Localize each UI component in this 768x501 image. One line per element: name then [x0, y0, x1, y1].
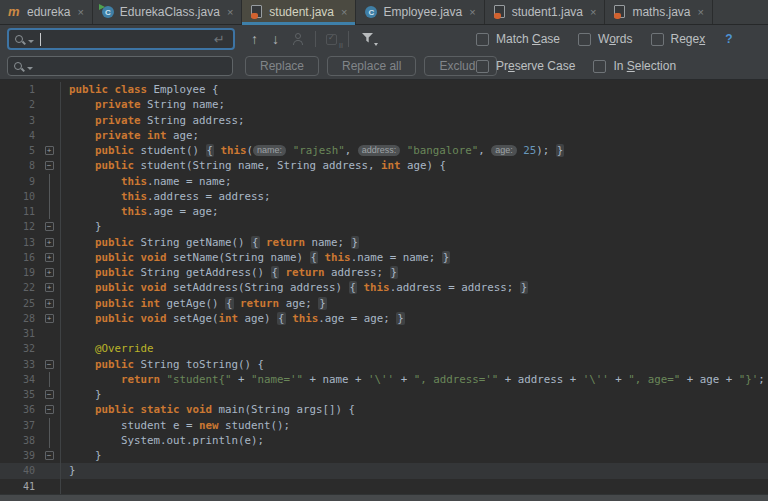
gutter-fold-column — [38, 372, 61, 387]
fold-collapse-icon[interactable]: − — [45, 222, 54, 231]
checkbox-box[interactable] — [476, 33, 489, 46]
previous-occurrence-button[interactable]: ↑ — [251, 32, 258, 46]
tab-student-java[interactable]: student.java× — [242, 0, 356, 24]
code-text: public String getName() { return name; } — [61, 236, 768, 249]
gutter-fold-column — [38, 113, 61, 128]
line-number: 8 — [0, 160, 38, 171]
tab-Employee-java[interactable]: CEmployee.java× — [356, 0, 484, 24]
gutter-fold-column — [38, 128, 61, 143]
replace-history-chevron-icon[interactable] — [27, 67, 33, 70]
fold-collapse-icon[interactable]: − — [45, 405, 54, 414]
help-icon[interactable]: ? — [725, 32, 732, 46]
line-number: 13 — [0, 237, 38, 248]
code-line-12: 12− } — [0, 219, 768, 234]
fold-collapse-icon[interactable]: − — [45, 451, 54, 460]
code-text: public String getAddress() { return addr… — [61, 266, 768, 279]
close-icon[interactable]: × — [227, 7, 233, 18]
line-number: 10 — [0, 191, 38, 202]
code-line-4: 4 private int age; — [0, 128, 768, 143]
code-text: private String name; — [61, 98, 768, 111]
code-line-39: 39− } — [0, 448, 768, 463]
code-line-3: 3 private String address; — [0, 113, 768, 128]
replace-options: Preserve CaseIn Selection — [476, 53, 694, 79]
code-line-5: 5+ public student() { this(name: "rajesh… — [0, 143, 768, 158]
fold-collapse-icon[interactable]: − — [45, 360, 54, 369]
close-icon[interactable]: × — [590, 7, 596, 18]
class-icon: C — [364, 5, 378, 19]
replace-button[interactable]: Replace — [245, 56, 319, 76]
line-number: 33 — [0, 359, 38, 370]
close-icon[interactable]: × — [697, 7, 703, 18]
checkbox-box[interactable] — [578, 33, 591, 46]
find-input[interactable]: ↵ — [7, 28, 235, 50]
replace-all-button[interactable]: Replace all — [327, 56, 416, 76]
fold-expand-icon[interactable]: + — [45, 146, 54, 155]
code-line-33: 33− public String toString() { — [0, 357, 768, 372]
line-number: 38 — [0, 435, 38, 446]
line-number: 4 — [0, 130, 38, 141]
fold-expand-icon[interactable]: + — [45, 283, 54, 292]
tab-student1-java[interactable]: student1.java× — [485, 0, 606, 24]
next-occurrence-button[interactable]: ↓ — [272, 32, 279, 46]
checkbox-label: Preserve Case — [496, 59, 575, 73]
fold-expand-icon[interactable]: + — [45, 238, 54, 247]
replace-input[interactable] — [7, 56, 233, 76]
code-line-13: 13+ public String getName() { return nam… — [0, 235, 768, 250]
fold-expand-icon[interactable]: + — [45, 299, 54, 308]
checkbox-box[interactable] — [651, 33, 664, 46]
fold-collapse-icon[interactable]: − — [45, 161, 54, 170]
select-all-occurrences-icon[interactable] — [326, 34, 337, 45]
checkbox-regex[interactable]: Regex — [651, 32, 706, 46]
code-text: public static void main(String args[]) { — [61, 403, 768, 416]
checkbox-preserve-case[interactable]: Preserve Case — [476, 59, 575, 73]
parameter-hint: name: — [253, 145, 286, 156]
line-number: 1 — [0, 84, 38, 95]
fold-expand-icon[interactable]: + — [45, 253, 54, 262]
checkbox-match-case[interactable]: Match Case — [476, 32, 560, 46]
checkbox-label: Match Case — [496, 32, 560, 46]
close-icon[interactable]: × — [77, 7, 83, 18]
code-text: private int age; — [61, 129, 768, 142]
code-line-25: 25+ public int getAge() { return age; } — [0, 296, 768, 311]
gutter-fold-column — [38, 418, 61, 433]
line-number: 41 — [0, 481, 38, 492]
fold-expand-icon[interactable]: + — [45, 268, 54, 277]
close-icon[interactable]: × — [469, 7, 475, 18]
code-text: public void setName(String name) { this.… — [61, 251, 768, 264]
gutter-fold-column — [38, 97, 61, 112]
tab-EdurekaClass-java[interactable]: CEdurekaClass.java× — [93, 0, 243, 24]
code-line-10: 10 this.address = address; — [0, 189, 768, 204]
fold-collapse-icon[interactable]: − — [45, 390, 54, 399]
line-number: 31 — [0, 328, 38, 339]
find-options: Match CaseWordsRegex? — [476, 25, 733, 53]
checkbox-box[interactable] — [476, 60, 489, 73]
find-all-icon[interactable] — [292, 33, 304, 45]
code-text: } — [61, 388, 768, 401]
code-text: this.age = age; — [61, 205, 768, 218]
code-editor[interactable]: 1public class Employee {2 private String… — [0, 80, 768, 494]
code-text: System.out.println(e); — [61, 434, 768, 447]
code-line-37: 37 student e = new student(); — [0, 418, 768, 433]
checkbox-box[interactable] — [593, 60, 606, 73]
fold-expand-icon[interactable]: + — [45, 314, 54, 323]
divider — [315, 31, 316, 47]
search-icon — [15, 35, 23, 43]
bottom-scrollbar-strip[interactable] — [0, 494, 768, 501]
checkbox-in-selection[interactable]: In Selection — [593, 59, 676, 73]
gutter-fold-column: − — [38, 402, 61, 417]
java-file-icon — [613, 5, 627, 19]
gutter-fold-column: − — [38, 158, 61, 173]
tab-edureka[interactable]: medureka× — [0, 0, 93, 24]
tab-maths-java[interactable]: maths.java× — [605, 0, 712, 24]
line-number: 5 — [0, 145, 38, 156]
editor-tab-bar: medureka×CEdurekaClass.java×student.java… — [0, 0, 768, 25]
code-line-34: 34 return "student{" + "name='" + name +… — [0, 372, 768, 387]
gutter-fold-column: − — [38, 448, 61, 463]
line-number: 37 — [0, 420, 38, 431]
close-icon[interactable]: × — [341, 7, 347, 18]
code-line-9: 9 this.name = name; — [0, 174, 768, 189]
search-history-chevron-icon[interactable] — [28, 40, 34, 43]
checkbox-words[interactable]: Words — [578, 32, 632, 46]
code-line-19: 19+ public String getAddress() { return … — [0, 265, 768, 280]
filter-icon[interactable] — [361, 32, 375, 46]
